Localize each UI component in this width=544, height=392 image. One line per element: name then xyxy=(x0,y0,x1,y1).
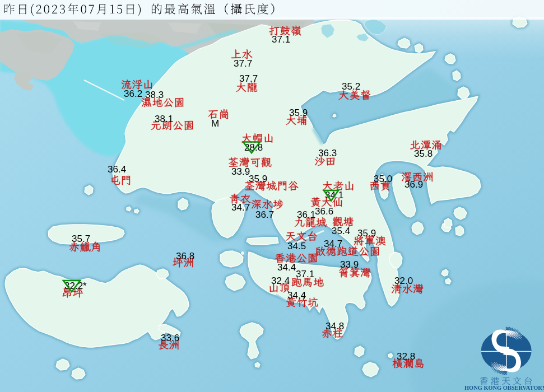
svg-text:37.1: 37.1 xyxy=(272,34,290,45)
svg-text:36.1: 36.1 xyxy=(297,209,315,220)
svg-text:35.7: 35.7 xyxy=(72,234,90,244)
svg-text:38.3: 38.3 xyxy=(145,90,164,100)
svg-text:36.3: 36.3 xyxy=(318,148,337,158)
svg-text:36.8: 36.8 xyxy=(176,251,194,262)
svg-text:37.7: 37.7 xyxy=(234,58,252,69)
svg-text:35.9: 35.9 xyxy=(289,108,308,118)
svg-text:33.9: 33.9 xyxy=(231,166,250,177)
svg-text:34.7: 34.7 xyxy=(231,202,250,213)
svg-text:36.4: 36.4 xyxy=(108,164,126,175)
svg-text:34.4: 34.4 xyxy=(287,290,306,301)
svg-text:35.4: 35.4 xyxy=(332,226,350,236)
svg-text:34.4: 34.4 xyxy=(277,262,296,273)
svg-text:HONG KONG OBSERVATORY: HONG KONG OBSERVATORY xyxy=(464,385,544,391)
svg-text:M: M xyxy=(211,118,219,129)
svg-text:33.6: 33.6 xyxy=(161,333,179,343)
svg-text:35.0: 35.0 xyxy=(374,174,392,184)
svg-text:32.4: 32.4 xyxy=(271,276,290,286)
svg-text:33.9: 33.9 xyxy=(340,259,359,270)
svg-text:37.1: 37.1 xyxy=(296,269,314,279)
svg-text:36.9: 36.9 xyxy=(404,179,423,190)
svg-text:36.7: 36.7 xyxy=(255,209,274,220)
svg-text:38.1: 38.1 xyxy=(155,114,173,124)
svg-text:34.5: 34.5 xyxy=(287,241,306,251)
svg-text:34.7: 34.7 xyxy=(324,239,342,249)
svg-text:35.8: 35.8 xyxy=(414,148,433,159)
svg-text:35.9: 35.9 xyxy=(357,228,376,239)
svg-text:32.8: 32.8 xyxy=(397,351,415,362)
svg-text:35.2: 35.2 xyxy=(342,81,360,92)
svg-text:36.6: 36.6 xyxy=(315,206,333,217)
svg-text:34.8: 34.8 xyxy=(326,321,344,332)
svg-text:37.7: 37.7 xyxy=(239,73,258,84)
svg-text:36.2: 36.2 xyxy=(124,88,142,99)
svg-text:35.9: 35.9 xyxy=(249,174,267,184)
svg-text:32.0: 32.0 xyxy=(394,276,413,286)
